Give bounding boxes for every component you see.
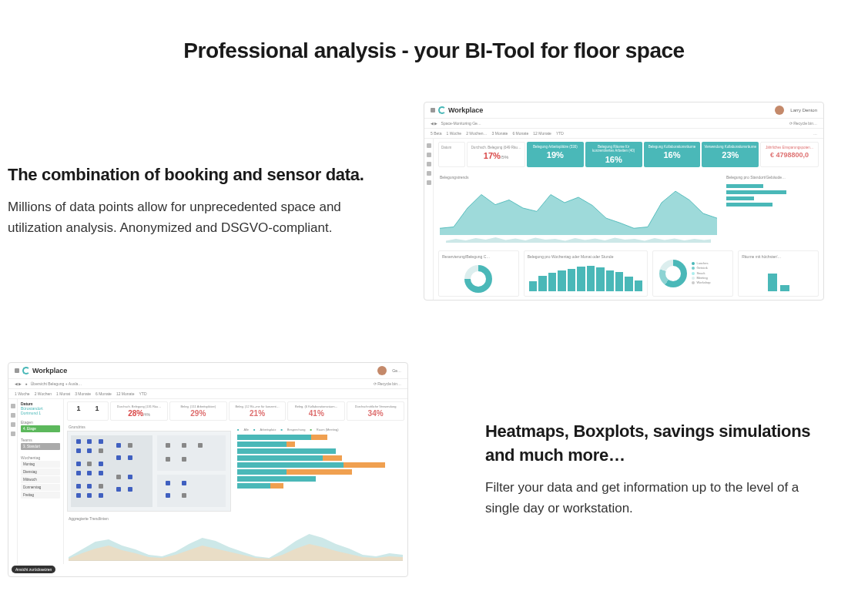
kpi-value: 19% [529, 150, 581, 160]
kpi-card: Beleg. (111 Arbeitsplätze) 29% [169, 401, 227, 421]
kpi-card: Durchschnittliche Verwendung 34% [347, 401, 404, 421]
nav-icon [427, 143, 431, 148]
kpi-value: 16% [646, 150, 699, 160]
sparkline [440, 235, 717, 246]
kpi-value: 29% [172, 409, 225, 418]
filter-item: Montag [21, 461, 60, 468]
side-chart-title: Belegung pro Standort/Gebäude… [726, 175, 819, 180]
kpi-value: 16% [588, 155, 640, 164]
donut-chart [464, 265, 492, 293]
kpi-value: € 4798800,0 [763, 151, 816, 159]
section-row-2: Workplace Ge… ◀ ▶ ● Übersicht Belegung +… [0, 362, 868, 577]
kpi-card: Beleg. (6 Kollaborationsräum… 41% [287, 401, 345, 421]
nav-icon [11, 413, 15, 418]
section-1-body: Millions of data points allow for unprec… [8, 196, 377, 238]
logo-icon [438, 106, 446, 114]
kpi-label: Jährliches Einsparungspoten… [763, 146, 816, 149]
kpi-card: 1 1 [67, 401, 109, 421]
filter-item: Freitag [21, 492, 60, 499]
avatar [775, 106, 784, 115]
filter-group-label: Teams [21, 438, 60, 442]
nav-icon [427, 180, 431, 185]
d1-toolbar: ◀ ▶ Space-Monitoring Ge…⟳ Recycle bin… [424, 119, 823, 129]
nav-icon [427, 171, 431, 176]
nav-icon [11, 422, 15, 427]
filter-item: Donnerstag [21, 484, 60, 491]
section-2-body: Filter your data and get information up … [485, 477, 824, 519]
kpi-value: 1 [77, 405, 81, 412]
floorplan-title: Grundriss [67, 425, 231, 429]
d1-sidebar [424, 139, 434, 300]
kpi-label: Beleg. (6 Kollaborationsräum… [290, 405, 343, 408]
nav-icon [11, 431, 15, 436]
sidebar-sub: Bürostandort Dortmund 1 [21, 406, 60, 415]
kpi-label: Beleg. (12 Rä.-me für konzent… [231, 405, 284, 408]
card-title: Reservierung/Belegung C… [442, 254, 515, 259]
kpi-label: Durchschnittliche Verwendung [349, 405, 402, 408]
section-1-text: The combination of booking and sensor da… [8, 163, 377, 238]
donut-chart-2 [659, 260, 687, 287]
area-chart-title: Belegungstrends [440, 175, 717, 180]
d2-logo: Workplace [22, 367, 67, 374]
d2-sidebar: Datum Bürostandort Dortmund 1 Etagen 4. … [18, 399, 64, 564]
d2-nav-icons [8, 399, 18, 564]
brand-label: Workplace [32, 367, 67, 374]
section-1-image: Workplace Larry Denton ◀ ▶ Space-Monitor… [424, 102, 824, 301]
hbar-chart: ■Alle ■Arbeitsplatz ■Besprechung ■Raum (… [234, 425, 404, 505]
filter-item: 4. Etage [21, 425, 60, 432]
menu-icon [431, 108, 435, 112]
kpi-value: 23% [704, 150, 756, 160]
user-name: Larry Denton [790, 108, 817, 112]
brand-label: Workplace [448, 106, 483, 114]
kpi-label: Belegung Arbeitsplätze (530) [529, 145, 581, 149]
kpi-value: 1 [96, 405, 99, 412]
d1-kpi-row: Datum Durchsch. Belegung (649 Räu… 17%/5… [434, 139, 823, 170]
small-bar-chart [742, 260, 815, 291]
kpi-card: Durchsch. Belegung (131 Räu… 28%/4% [110, 401, 168, 421]
section-1-heading: The combination of booking and sensor da… [8, 163, 377, 187]
filter-item: Mittwoch [21, 476, 60, 483]
reset-view-tag: Ansicht zurücksetzen [12, 566, 55, 573]
page-title: Professional analysis - your BI-Tool for… [0, 39, 868, 63]
nav-icon [427, 162, 431, 166]
card-title: Belegung pro Wochentag oder Monat oder S… [528, 254, 645, 259]
card-title: Räume mit höchster/… [742, 254, 815, 259]
kpi-value: 41% [290, 409, 343, 418]
kpi-card: Jährliches Einsparungspoten… € 4798800,0 [760, 142, 819, 167]
section-2-image: Workplace Ge… ◀ ▶ ● Übersicht Belegung +… [8, 362, 408, 577]
filter-group-label: Wochentag [21, 455, 60, 460]
d1-bottom-row: Reservierung/Belegung C… Belegung pro Wo… [434, 247, 823, 300]
trend-chart [69, 522, 403, 561]
filter-group-label: Etagen [21, 420, 60, 425]
section-2-text: Heatmaps, Boxplots, savings simulations … [454, 420, 824, 519]
bar-card: Belegung pro Wochentag oder Monat oder S… [524, 250, 648, 297]
floorplan [67, 431, 231, 512]
hbar-tabs: ■Alle ■Arbeitsplatz ■Besprechung ■Raum (… [237, 428, 401, 431]
donut-card-1: Reservierung/Belegung C… [438, 250, 519, 297]
kpi-value: 17%/5% [470, 151, 522, 160]
kpi-value: 21% [231, 409, 284, 418]
kpi-value: 34% [349, 409, 402, 418]
kpi-card: Beleg. (12 Rä.-me für konzent… 21% [229, 401, 287, 421]
kpi-card: Datum [438, 142, 465, 167]
d1-header: Workplace Larry Denton [424, 102, 823, 119]
nav-icon [427, 153, 431, 157]
kpi-card: Belegung Kollaborationsräume 16% [644, 142, 701, 167]
donut-card-2: Lunches Getränk Snack Meeting Workshop [652, 250, 733, 297]
kpi-card: Belegung Räume für konzentriertes Arbeit… [585, 142, 642, 167]
d1-toolbar-2: 5 Beta1 Woche2 Wochen…3 Monate6 Monate12… [424, 129, 823, 139]
kpi-card: Verwendung Kollaborationsräume 23% [702, 142, 759, 167]
kpi-label: Durchsch. Belegung (649 Räu… [470, 146, 522, 149]
avatar [377, 366, 387, 375]
kpi-card: Durchsch. Belegung (649 Räu… 17%/5% [467, 142, 525, 167]
trend-title: Aggregierte Trendlinien [69, 516, 403, 521]
filter-item: 3. Standort [21, 443, 60, 450]
kpi-card: Belegung Arbeitsplätze (530) 19% [527, 142, 584, 167]
d2-kpi-row: 1 1 Durchsch. Belegung (131 Räu… 28%/4% … [64, 399, 407, 423]
d2-header: Workplace Ge… [8, 363, 407, 379]
legend: Lunches Getränk Snack Meeting Workshop [690, 257, 712, 290]
dashboard-1: Workplace Larry Denton ◀ ▶ Space-Monitor… [424, 102, 824, 301]
small-bar-card: Räume mit höchster/… [738, 250, 819, 297]
kpi-label: Belegung Kollaborationsräume [646, 145, 699, 149]
kpi-value: 28%/4% [112, 409, 166, 418]
